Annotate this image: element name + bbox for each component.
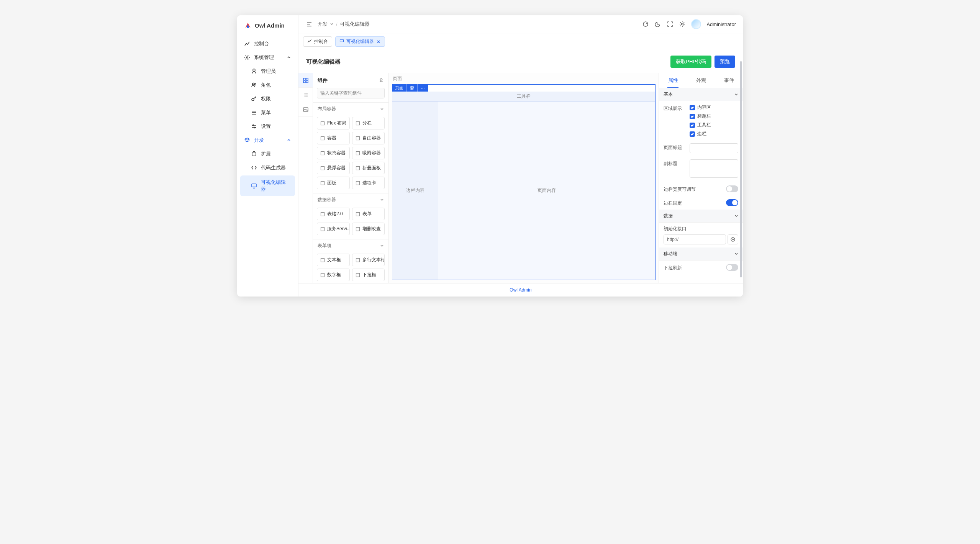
nav-visual-editor[interactable]: 可视化编辑器	[240, 175, 295, 196]
moon-icon[interactable]	[654, 21, 661, 28]
pull-refresh-label: 下拉刷新	[664, 264, 723, 271]
pull-refresh-switch[interactable]	[726, 264, 738, 271]
nav-codegen[interactable]: 代码生成器	[237, 161, 298, 175]
box-icon	[356, 258, 360, 262]
svg-point-3	[254, 84, 256, 85]
chevron-down-icon	[330, 21, 334, 27]
region-label: 区域展示	[664, 104, 687, 112]
component-item[interactable]: 吸附容器	[352, 147, 385, 159]
settings-icon[interactable]	[679, 21, 686, 28]
preview-button[interactable]: 预览	[715, 56, 735, 68]
component-item[interactable]: 状态容器	[317, 147, 350, 159]
component-item[interactable]: 分栏	[352, 117, 385, 129]
properties-panel: 属性 外观 事件 基本 区域展示 内容区标题栏工具栏边栏 页面标题	[659, 73, 743, 283]
nav-roles[interactable]: 角色	[237, 78, 298, 92]
canvas-aside-region[interactable]: 边栏内容	[392, 102, 438, 280]
component-item[interactable]: 下拉框	[352, 269, 385, 281]
component-item[interactable]: 表单	[352, 208, 385, 220]
path-seg-wrap[interactable]: 套	[407, 84, 418, 92]
chevron-down-icon	[380, 243, 384, 249]
side-tab-image[interactable]	[298, 102, 313, 117]
component-item[interactable]: Flex 布局	[317, 117, 350, 129]
checkbox-icon	[690, 123, 695, 128]
chevron-down-icon	[734, 92, 738, 97]
side-tab-components[interactable]	[298, 73, 313, 88]
component-item[interactable]: 文本框	[317, 254, 350, 266]
region-checkbox[interactable]: 工具栏	[690, 122, 738, 128]
path-seg-more[interactable]: …	[418, 84, 428, 92]
scrollbar[interactable]	[740, 61, 742, 277]
svg-rect-14	[303, 81, 305, 83]
props-tab-style[interactable]: 外观	[687, 73, 715, 88]
component-item[interactable]: 数字框	[317, 269, 350, 281]
api-config-button[interactable]	[728, 234, 738, 244]
page-outline[interactable]: 页面 套 … 工具栏 边栏内容 页面内容	[392, 84, 656, 280]
props-tab-attr[interactable]: 属性	[659, 73, 687, 88]
svg-rect-23	[321, 166, 324, 170]
box-icon	[320, 121, 325, 126]
component-item[interactable]: 增删改查	[352, 223, 385, 235]
svg-rect-34	[356, 273, 359, 277]
component-item[interactable]: 容器	[317, 132, 350, 144]
get-php-button[interactable]: 获取PHP代码	[670, 56, 711, 68]
box-icon	[320, 181, 325, 185]
component-item[interactable]: 自由容器	[352, 132, 385, 144]
nav-menus[interactable]: 菜单	[237, 106, 298, 120]
side-tab-outline[interactable]	[298, 88, 313, 102]
canvas-body-region[interactable]: 页面内容	[438, 102, 655, 280]
component-search-input[interactable]	[317, 88, 385, 98]
canvas-toolbar-region[interactable]: 工具栏	[392, 92, 655, 102]
chevron-down-icon	[380, 107, 384, 112]
component-item[interactable]: 服务Servi...	[317, 223, 350, 235]
nav-permissions[interactable]: 权限	[237, 92, 298, 106]
logo[interactable]: Owl Admin	[237, 15, 298, 35]
collapse-sidebar-button[interactable]	[305, 20, 313, 28]
group-layout-header[interactable]: 布局容器	[313, 103, 388, 115]
tab-visual-editor[interactable]: 可视化编辑器	[335, 36, 385, 47]
path-seg-page[interactable]: 页面	[392, 84, 407, 92]
pin-icon[interactable]	[379, 78, 384, 83]
component-item[interactable]: 多行文本框	[352, 254, 385, 266]
region-checkbox[interactable]: 标题栏	[690, 113, 738, 120]
nav-settings[interactable]: 设置	[237, 120, 298, 133]
region-checkbox[interactable]: 边栏	[690, 131, 738, 137]
username[interactable]: Administrator	[706, 21, 736, 27]
tab-console[interactable]: 控制台	[303, 36, 332, 47]
fullscreen-icon[interactable]	[667, 21, 674, 28]
refresh-icon[interactable]	[642, 21, 649, 28]
section-mobile-header[interactable]: 移动端	[659, 247, 743, 261]
close-icon[interactable]	[376, 39, 381, 44]
svg-point-40	[733, 239, 734, 240]
nav-extensions[interactable]: 扩展	[237, 147, 298, 161]
canvas-path-bar[interactable]: 页面 套 …	[392, 84, 428, 92]
props-tab-event[interactable]: 事件	[715, 73, 743, 88]
nav-dev[interactable]: 开发	[237, 133, 298, 147]
group-form-header[interactable]: 表单项	[313, 239, 388, 252]
component-item[interactable]: 悬浮容器	[317, 162, 350, 174]
init-api-input[interactable]	[664, 234, 726, 244]
chevron-up-icon	[287, 138, 291, 143]
section-basic-header[interactable]: 基本	[659, 88, 743, 101]
group-data-header[interactable]: 数据容器	[313, 193, 388, 206]
canvas-inner[interactable]: 页面 套 … 工具栏 边栏内容 页面内容	[392, 84, 656, 280]
component-item[interactable]: 选项卡	[352, 177, 385, 189]
avatar[interactable]	[691, 19, 701, 29]
svg-rect-27	[321, 212, 324, 216]
aside-fixed-switch[interactable]	[726, 199, 738, 206]
page-title-input[interactable]	[690, 143, 738, 153]
box-icon	[320, 273, 325, 277]
region-checkbox[interactable]: 内容区	[690, 104, 738, 111]
component-item[interactable]: 表格2.0	[317, 208, 350, 220]
nav-console[interactable]: 控制台	[237, 37, 298, 51]
aside-resize-switch[interactable]	[726, 185, 738, 192]
components-panel: 组件 布局容器 Flex 布局分栏容器自由容器状态容器吸附容器悬浮容器折叠面板面…	[313, 73, 389, 283]
component-item[interactable]: 折叠面板	[352, 162, 385, 174]
breadcrumb-dev[interactable]: 开发	[318, 21, 328, 28]
svg-rect-22	[356, 151, 359, 155]
subtitle-input[interactable]	[690, 159, 738, 178]
component-item[interactable]: 面板	[317, 177, 350, 189]
nav-system[interactable]: 系统管理	[237, 51, 298, 64]
section-data-header[interactable]: 数据	[659, 210, 743, 223]
svg-rect-18	[356, 121, 359, 125]
nav-admins[interactable]: 管理员	[237, 64, 298, 78]
